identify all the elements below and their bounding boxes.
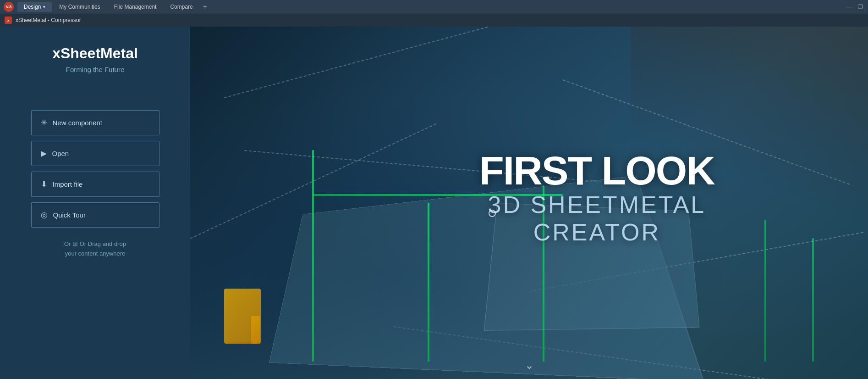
window-controls: — ❐ xyxy=(845,3,864,11)
app-logo-icon: V.8 xyxy=(4,2,14,12)
hero-area: FIRST LOOK 3D SHEETMETAL CREATOR ⌄ xyxy=(190,27,868,379)
restore-button[interactable]: ❐ xyxy=(856,3,864,11)
logo-text: V.8 xyxy=(6,5,12,9)
quick-tour-icon: ◎ xyxy=(41,210,48,220)
app-title-bar: x xSheetMetal - Compressor xyxy=(0,14,868,27)
import-icon: ⬇ xyxy=(41,179,47,189)
scroll-down-icon[interactable]: ⌄ xyxy=(525,359,534,372)
minimize-button[interactable]: — xyxy=(845,3,853,11)
tab-my-communities-label: My Communities xyxy=(59,4,100,10)
title-bar-tabs: Design ▾ My Communities File Management … xyxy=(17,2,841,12)
add-tab-button[interactable]: + xyxy=(200,3,210,11)
main-layout: xSheetMetal Forming the Future ✳ New com… xyxy=(0,27,868,379)
quick-tour-label: Quick Tour xyxy=(53,211,86,219)
open-button[interactable]: ▶ Open xyxy=(31,141,159,166)
drag-drop-line1: Or ⊞ Or Drag and drop xyxy=(64,240,126,247)
new-component-icon: ✳ xyxy=(41,118,47,128)
tab-compare-label: Compare xyxy=(170,4,192,10)
import-file-button[interactable]: ⬇ Import file xyxy=(31,172,159,197)
open-icon: ▶ xyxy=(41,149,47,158)
tab-compare[interactable]: Compare xyxy=(164,2,199,12)
sidebar-logo: xSheetMetal xyxy=(52,45,138,62)
tab-file-management[interactable]: File Management xyxy=(108,2,163,12)
app-title: xSheetMetal - Compressor xyxy=(16,17,81,23)
tab-design-label: Design xyxy=(24,4,41,10)
drag-icon: ⊞ xyxy=(72,240,78,247)
drag-drop-line2: your content anywhere xyxy=(65,250,126,257)
open-label: Open xyxy=(52,150,69,157)
tab-file-management-label: File Management xyxy=(114,4,157,10)
new-component-button[interactable]: ✳ New component xyxy=(31,110,159,135)
quick-tour-button[interactable]: ◎ Quick Tour xyxy=(31,202,159,228)
new-component-label: New component xyxy=(53,119,102,127)
import-file-label: Import file xyxy=(53,180,83,188)
tab-design[interactable]: Design ▾ xyxy=(17,2,52,12)
chevron-down-icon: ▾ xyxy=(43,5,45,9)
sidebar: xSheetMetal Forming the Future ✳ New com… xyxy=(0,27,190,379)
app-icon: x xyxy=(5,17,12,24)
drag-drop-hint: Or ⊞ Or Drag and drop your content anywh… xyxy=(64,239,126,259)
hand-silhouette xyxy=(631,27,868,220)
tab-my-communities[interactable]: My Communities xyxy=(53,2,106,12)
sidebar-buttons: ✳ New component ▶ Open ⬇ Import file ◎ Q… xyxy=(31,110,159,228)
title-bar: V.8 Design ▾ My Communities File Managem… xyxy=(0,0,868,14)
sidebar-tagline: Forming the Future xyxy=(66,66,125,73)
